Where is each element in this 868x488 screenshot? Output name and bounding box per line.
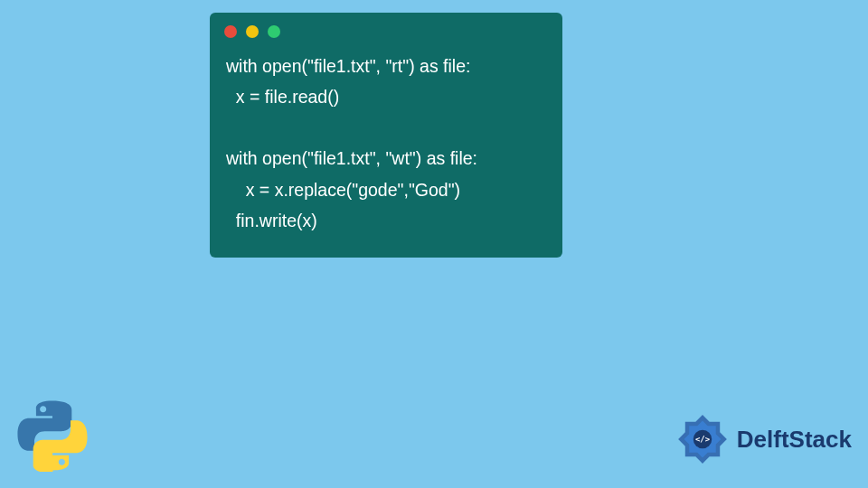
minimize-icon (246, 25, 259, 38)
close-icon (224, 25, 237, 38)
code-window: with open("file1.txt", "rt") as file: x … (210, 13, 562, 258)
svg-text:</>: </> (695, 435, 710, 444)
delftstack-brand: </> DelftStack (674, 410, 852, 468)
code-body: with open("file1.txt", "rt") as file: x … (210, 47, 562, 241)
maximize-icon (268, 25, 280, 38)
window-titlebar (210, 13, 562, 47)
delftstack-logo-icon: </> (674, 410, 731, 468)
python-logo-icon (16, 399, 89, 472)
brand-name: DelftStack (737, 426, 852, 454)
